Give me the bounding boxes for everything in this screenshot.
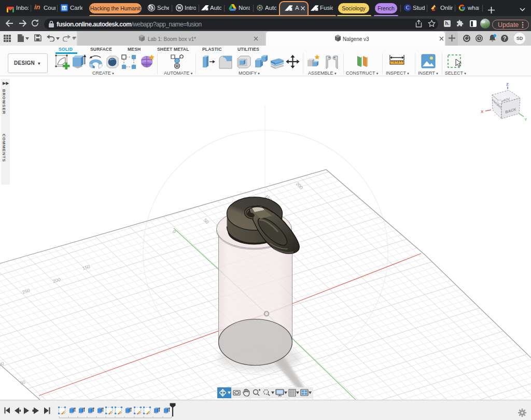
svg-text:200: 200 — [295, 181, 304, 190]
svg-text:50: 50 — [203, 217, 210, 225]
svg-text:C: C — [406, 5, 409, 10]
svg-text:150: 150 — [82, 264, 91, 271]
svg-text:Y: Y — [524, 117, 527, 122]
svg-text:200: 200 — [52, 277, 61, 284]
svg-text:13: 13 — [62, 6, 66, 10]
svg-text:?: ? — [503, 36, 506, 41]
svg-text:250: 250 — [22, 288, 31, 295]
svg-text:X: X — [481, 109, 484, 114]
svg-text:100: 100 — [0, 361, 5, 368]
svg-text:W: W — [177, 6, 181, 10]
svg-text:Z: Z — [506, 82, 509, 87]
